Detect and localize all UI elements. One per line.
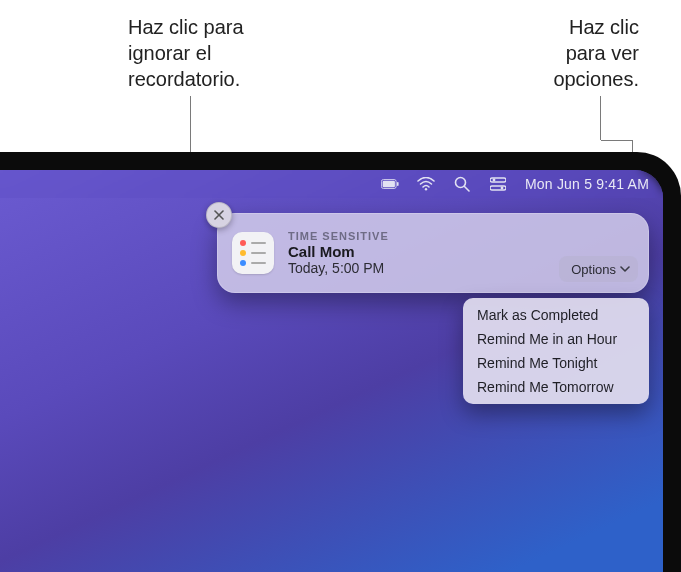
menu-item-remind-hour[interactable]: Remind Me in an Hour [463,327,649,351]
device-bezel: Mon Jun 5 9:41 AM TIME SENSITIVE Call Mo… [0,152,681,572]
search-icon[interactable] [453,175,471,193]
svg-point-3 [425,188,427,190]
options-label: Options [571,262,616,277]
control-center-icon[interactable] [489,175,507,193]
menubar: Mon Jun 5 9:41 AM [0,170,663,198]
svg-rect-6 [490,178,506,182]
svg-point-7 [493,179,496,182]
leader-line [601,140,633,141]
menubar-datetime[interactable]: Mon Jun 5 9:41 AM [525,176,649,192]
svg-line-5 [464,187,469,192]
svg-point-9 [501,187,504,190]
dot-icon [240,240,246,246]
menu-item-mark-completed[interactable]: Mark as Completed [463,303,649,327]
battery-icon[interactable] [381,175,399,193]
notification-card[interactable]: TIME SENSITIVE Call Mom Today, 5:00 PM O… [217,213,649,293]
options-button[interactable]: Options [559,256,638,282]
menu-item-remind-tonight[interactable]: Remind Me Tonight [463,351,649,375]
notification-badge: TIME SENSITIVE [288,230,634,242]
chevron-down-icon [620,265,630,273]
close-button[interactable] [206,202,232,228]
wifi-icon[interactable] [417,175,435,193]
leader-line [600,96,601,140]
callout-options: Haz clicpara veropciones. [553,14,639,92]
svg-rect-1 [383,181,395,188]
options-dropdown: Mark as Completed Remind Me in an Hour R… [463,298,649,404]
menu-item-remind-tomorrow[interactable]: Remind Me Tomorrow [463,375,649,399]
leader-line [190,96,191,144]
close-icon [214,210,224,220]
desktop-screen: Mon Jun 5 9:41 AM TIME SENSITIVE Call Mo… [0,170,663,572]
dot-icon [240,250,246,256]
callout-dismiss: Haz clic paraignorar elrecordatorio. [128,14,244,92]
svg-rect-2 [397,182,399,186]
reminders-app-icon [232,232,274,274]
svg-rect-8 [490,186,506,190]
dot-icon [240,260,246,266]
